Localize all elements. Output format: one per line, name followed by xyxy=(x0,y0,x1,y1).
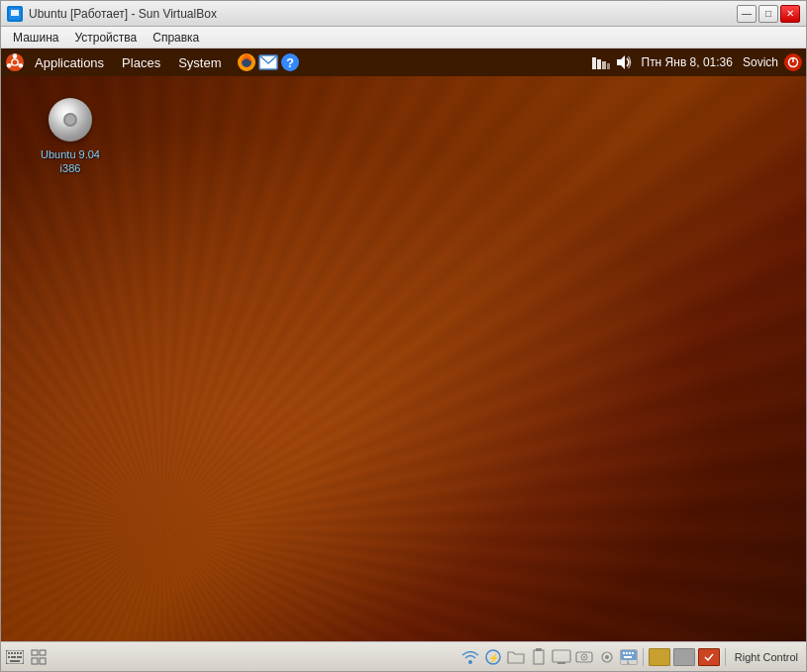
firefox-icon[interactable] xyxy=(237,52,256,72)
volume-icon[interactable] xyxy=(614,52,634,72)
vbox-menu-devices[interactable]: Устройства xyxy=(66,29,145,47)
separator xyxy=(643,648,644,666)
svg-rect-17 xyxy=(602,61,606,69)
virtualbox-window: Ubuntu [Работает] - Sun VirtualBox — □ ✕… xyxy=(0,0,807,672)
bottom-clipboard-icon[interactable] xyxy=(529,647,549,667)
svg-rect-30 xyxy=(17,656,22,658)
desktop: Ubuntu 9.04 i386 xyxy=(1,76,806,641)
svg-rect-53 xyxy=(624,656,632,658)
window-icon xyxy=(7,6,23,22)
svg-rect-49 xyxy=(623,652,625,654)
ubuntu-disc-label: Ubuntu 9.04 i386 xyxy=(31,147,110,176)
svg-rect-27 xyxy=(20,652,22,654)
bottom-usb-icon[interactable]: ⚡ xyxy=(483,647,503,667)
svg-rect-16 xyxy=(597,59,601,69)
bottom-display-icon[interactable] xyxy=(552,647,571,667)
svg-point-36 xyxy=(468,660,472,664)
svg-text:⚡: ⚡ xyxy=(487,652,499,664)
svg-rect-24 xyxy=(11,652,13,654)
window-title: Ubuntu [Работает] - Sun VirtualBox xyxy=(29,7,217,21)
title-bar-left: Ubuntu [Работает] - Sun VirtualBox xyxy=(7,6,217,22)
title-buttons: — □ ✕ xyxy=(737,5,800,23)
network-icon[interactable] xyxy=(591,52,611,72)
ubuntu-disc-icon xyxy=(47,96,94,144)
bottom-settings-icon[interactable] xyxy=(597,647,617,667)
power-button[interactable] xyxy=(784,53,802,71)
vbox-menubar: Машина Устройства Справка xyxy=(1,27,806,48)
svg-rect-23 xyxy=(8,652,10,654)
email-icon[interactable] xyxy=(258,52,278,72)
svg-point-4 xyxy=(7,63,12,68)
svg-point-45 xyxy=(583,656,585,658)
svg-rect-50 xyxy=(626,652,628,654)
svg-rect-41 xyxy=(553,650,570,662)
svg-rect-35 xyxy=(40,658,46,664)
svg-rect-28 xyxy=(8,656,10,658)
right-control-label: Right Control xyxy=(731,651,802,663)
svg-rect-25 xyxy=(14,652,16,654)
svg-rect-34 xyxy=(32,658,38,664)
svg-point-5 xyxy=(19,63,24,68)
svg-rect-18 xyxy=(607,63,610,69)
bottom-icon-seamless[interactable] xyxy=(29,647,49,667)
svg-rect-1 xyxy=(11,10,19,16)
svg-marker-19 xyxy=(617,55,625,69)
ubuntu-menu-places[interactable]: Places xyxy=(114,52,168,73)
svg-text:?: ? xyxy=(287,55,295,70)
ubuntu-menu-applications[interactable]: Applications xyxy=(27,52,112,73)
svg-point-3 xyxy=(13,53,18,58)
svg-rect-52 xyxy=(632,652,634,654)
desktop-background xyxy=(1,76,806,641)
status-box-yellow[interactable] xyxy=(649,648,670,666)
bottom-disk-icon[interactable] xyxy=(574,647,594,667)
bottom-icon-keyboard[interactable] xyxy=(5,647,25,667)
minimize-button[interactable]: — xyxy=(737,5,757,23)
ubuntu-panel: Applications Places System xyxy=(1,48,806,76)
bottom-right: ⚡ xyxy=(460,647,802,667)
svg-rect-32 xyxy=(32,650,38,655)
username-display: Sovich xyxy=(741,55,780,69)
svg-point-47 xyxy=(605,655,609,659)
ubuntu-panel-right: Птн Янв 8, 01:36 Sovich xyxy=(591,52,803,72)
maximize-button[interactable]: □ xyxy=(758,5,778,23)
bottom-shared-folders-icon[interactable] xyxy=(506,647,526,667)
vbox-menu-machine[interactable]: Машина xyxy=(5,29,66,47)
bottom-bar: ⚡ xyxy=(1,641,806,671)
svg-rect-33 xyxy=(40,650,46,655)
bottom-keyboard-capture-icon[interactable] xyxy=(620,649,638,665)
ubuntu-panel-left: Applications Places System xyxy=(5,52,300,73)
help-icon[interactable]: ? xyxy=(280,52,300,72)
title-bar: Ubuntu [Работает] - Sun VirtualBox — □ ✕ xyxy=(1,1,806,27)
bottom-left xyxy=(5,647,49,667)
svg-rect-51 xyxy=(629,652,631,654)
svg-rect-26 xyxy=(17,652,19,654)
svg-rect-40 xyxy=(536,648,542,651)
ubuntu-logo[interactable] xyxy=(5,52,25,72)
svg-rect-39 xyxy=(534,650,544,664)
disc-image xyxy=(49,98,92,142)
svg-rect-48 xyxy=(621,650,637,660)
status-box-gray[interactable] xyxy=(673,648,695,666)
svg-rect-31 xyxy=(10,660,20,662)
system-tray xyxy=(591,52,634,72)
ubuntu-menu-system[interactable]: System xyxy=(170,52,229,73)
svg-rect-15 xyxy=(592,57,596,69)
svg-rect-42 xyxy=(557,662,565,664)
vbox-menu-help[interactable]: Справка xyxy=(145,29,207,47)
svg-rect-29 xyxy=(11,656,16,658)
separator2 xyxy=(725,648,726,666)
close-button[interactable]: ✕ xyxy=(780,5,800,23)
desktop-icon-ubuntu[interactable]: Ubuntu 9.04 i386 xyxy=(31,96,110,176)
status-box-red[interactable] xyxy=(698,648,720,666)
datetime-display: Птн Янв 8, 01:36 xyxy=(638,55,737,69)
bottom-network-icon[interactable] xyxy=(460,647,480,667)
